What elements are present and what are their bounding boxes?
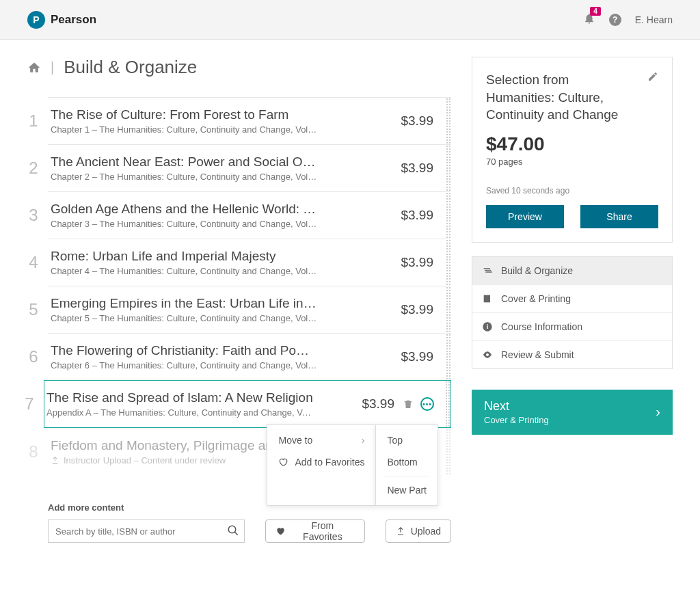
page-count: 70 pages [486, 157, 658, 167]
chapter-row[interactable]: 4 Rome: Urban Life and Imperial Majesty … [48, 239, 451, 286]
breadcrumb-separator: | [51, 59, 54, 75]
more-options-button[interactable]: ••• [420, 397, 434, 411]
chapter-row[interactable]: 5 Emerging Empires in the East: Urban Li… [48, 286, 451, 333]
context-menu: Move to › Add to Favorites Top Bottom Ne… [267, 424, 438, 506]
chapter-number: 7 [19, 394, 40, 414]
chapter-number: 1 [23, 111, 44, 131]
chapter-title: Golden Age Athens and the Hellenic World… [51, 202, 317, 217]
drag-handle[interactable] [446, 98, 451, 144]
next-sublabel: Cover & Printing [484, 415, 656, 425]
next-label: Next [484, 399, 656, 414]
chapter-number: 2 [23, 159, 44, 178]
drag-handle[interactable] [446, 239, 451, 286]
chapter-subtitle: Chapter 4 – The Humanities: Culture, Con… [51, 266, 317, 276]
chapter-subtitle: Chapter 1 – The Humanities: Culture, Con… [51, 124, 317, 135]
chapter-row[interactable]: 2 The Ancient Near East: Power and Socia… [48, 144, 451, 191]
chapter-number: 8 [23, 442, 44, 461]
chapter-title: The Rise and Spread of Islam: A New Reli… [46, 390, 313, 405]
share-button[interactable]: Share [580, 205, 658, 228]
nav-review-submit[interactable]: Review & Submit [472, 341, 672, 368]
chevron-right-icon: › [656, 404, 660, 420]
nav-course-info[interactable]: i Course Information [472, 313, 672, 341]
svg-point-0 [228, 526, 236, 533]
menu-add-favorites[interactable]: Add to Favorites [267, 451, 375, 473]
chapter-price: $3.99 [401, 302, 442, 317]
chapter-price: $3.99 [401, 349, 442, 364]
chapter-title: The Ancient Near East: Power and Social … [51, 154, 317, 170]
summary-card: Selection from Humanities: Culture, Cont… [472, 57, 673, 243]
drag-handle[interactable] [446, 145, 451, 191]
upload-button[interactable]: Upload [386, 520, 451, 543]
chevron-right-icon: › [349, 435, 365, 446]
trash-icon[interactable] [403, 399, 414, 409]
saved-timestamp: Saved 10 seconds ago [486, 186, 658, 195]
heart-icon [278, 457, 288, 467]
chapter-subtitle: Chapter 5 – The Humanities: Culture, Con… [51, 313, 317, 323]
chapter-row[interactable]: 3 Golden Age Athens and the Hellenic Wor… [48, 191, 451, 239]
nav-cover-printing[interactable]: Cover & Printing [472, 285, 672, 313]
selection-title: Selection from Humanities: Culture, Cont… [486, 71, 641, 124]
info-icon: i [482, 321, 493, 332]
stack-icon [482, 265, 493, 276]
chapter-row[interactable]: 1 The Rise of Culture: From Forest to Fa… [48, 97, 451, 144]
search-input[interactable] [48, 520, 245, 543]
chapter-price: $3.99 [362, 396, 403, 412]
user-menu[interactable]: E. Hearn [635, 14, 673, 25]
chapter-row[interactable]: 6 The Flowering of Christianity: Faith a… [48, 333, 451, 380]
chapter-subtitle: Chapter 2 – The Humanities: Culture, Con… [51, 172, 317, 182]
preview-button[interactable]: Preview [486, 205, 564, 228]
chapter-title: Rome: Urban Life and Imperial Majesty [51, 249, 317, 264]
upload-icon [396, 526, 405, 536]
chapter-list: 1 The Rise of Culture: From Forest to Fa… [27, 97, 451, 475]
menu-move-bottom[interactable]: Bottom [376, 451, 438, 473]
drag-handle[interactable] [446, 286, 451, 333]
chapter-price: $3.99 [401, 161, 442, 176]
chapter-number: 6 [23, 347, 44, 366]
chapter-number: 5 [23, 300, 44, 319]
search-icon[interactable] [227, 524, 239, 537]
menu-new-part[interactable]: New Part [376, 479, 438, 501]
brand-logo[interactable]: P Pearson [27, 11, 96, 29]
chapter-price: $3.99 [401, 255, 442, 270]
eye-icon [482, 349, 493, 360]
notifications-button[interactable]: 4 [583, 12, 595, 27]
menu-move-top[interactable]: Top [376, 429, 438, 451]
add-content-section: Add more content From Favorites Upload [48, 502, 451, 543]
upload-icon [51, 456, 59, 465]
brand-name: Pearson [51, 13, 96, 27]
menu-divider [384, 476, 429, 476]
total-price: $47.00 [486, 133, 658, 155]
chapter-subtitle: Appendix A – The Humanities: Culture, Co… [46, 407, 313, 418]
book-icon [482, 293, 493, 304]
app-header: P Pearson 4 ? E. Hearn [0, 0, 700, 40]
chapter-price: $3.99 [401, 113, 442, 129]
drag-handle[interactable] [446, 334, 451, 380]
next-button[interactable]: Next Cover & Printing › [472, 390, 673, 435]
breadcrumb: | Build & Organize [27, 57, 451, 78]
chapter-row-selected[interactable]: 7 The Rise and Spread of Islam: A New Re… [44, 380, 451, 428]
drag-handle[interactable] [445, 381, 450, 427]
from-favorites-button[interactable]: From Favorites [265, 520, 364, 543]
menu-move-to[interactable]: Move to › [267, 429, 375, 451]
home-icon[interactable] [27, 61, 41, 75]
chapter-number: 3 [23, 206, 44, 225]
pearson-logo-icon: P [27, 11, 45, 29]
notification-badge: 4 [590, 7, 601, 16]
chapter-subtitle: Chapter 6 – The Humanities: Culture, Con… [51, 360, 317, 370]
chapter-subtitle: Chapter 3 – The Humanities: Culture, Con… [51, 219, 317, 229]
heart-icon [275, 526, 285, 536]
nav-build-organize[interactable]: Build & Organize [472, 257, 672, 285]
svg-text:i: i [487, 323, 489, 330]
pencil-icon[interactable] [647, 71, 658, 82]
drag-handle[interactable] [446, 429, 451, 475]
chapter-title: Emerging Empires in the East: Urban Life… [51, 296, 317, 311]
help-button[interactable]: ? [609, 14, 621, 26]
chapter-price: $3.99 [401, 208, 442, 223]
chapter-title: The Flowering of Christianity: Faith and… [51, 343, 317, 358]
page-title: Build & Organize [64, 57, 197, 78]
chapter-title: The Rise of Culture: From Forest to Farm [51, 107, 317, 122]
chapter-number: 4 [23, 253, 44, 272]
drag-handle[interactable] [446, 192, 451, 239]
step-nav: Build & Organize Cover & Printing i Cour… [472, 256, 673, 369]
